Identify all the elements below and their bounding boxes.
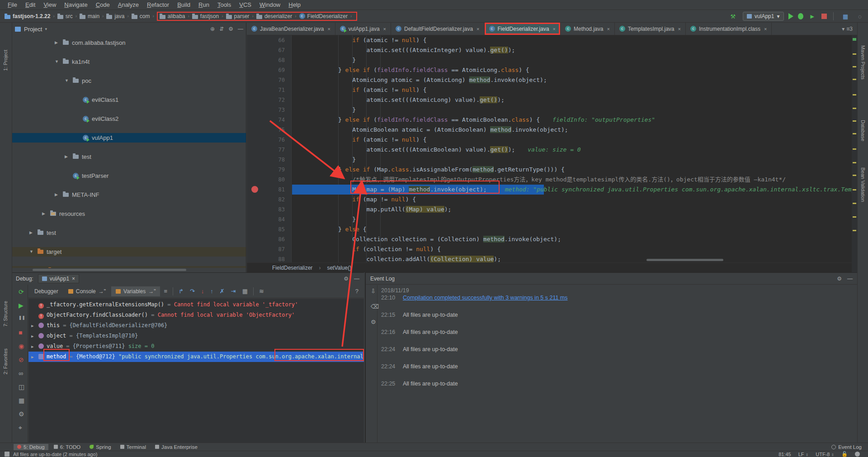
breadcrumb-item[interactable]: main (80, 13, 99, 19)
tree-item-poc[interactable]: ▼poc (12, 76, 246, 86)
tree-collapsed-icon[interactable]: ▶ (29, 228, 33, 238)
step-out-icon[interactable]: ↑ (208, 288, 216, 295)
hidden-tabs-widget[interactable]: ▾≡3 (842, 23, 857, 35)
breadcrumb-item[interactable]: deserializer (256, 13, 292, 19)
variable-row-this[interactable]: ▶this = {DefaultFieldDeserializer@706} (28, 320, 364, 331)
menu-item-code[interactable]: Code (92, 0, 114, 9)
help-icon[interactable]: ? (353, 288, 364, 295)
execution-line[interactable]: Map map = (Map) method.invoke(object);me… (292, 185, 857, 195)
code-line[interactable]: } (292, 55, 857, 65)
menu-item-file[interactable]: File (4, 0, 21, 9)
hide-panel-icon[interactable]: — (847, 276, 853, 282)
stop-icon[interactable]: ■ (16, 329, 25, 336)
async-stacks-icon[interactable]: ∞ (16, 370, 26, 377)
tree-collapsed-icon[interactable]: ▶ (31, 342, 38, 352)
code-line[interactable]: if (map != null) { (292, 195, 857, 205)
tree-expanded-icon[interactable]: ▼ (65, 76, 69, 86)
restore-layout-icon[interactable]: ▦ (16, 397, 27, 404)
code-line[interactable]: } else if (fieldInfo.fieldClass == Atomi… (292, 65, 857, 75)
tree-item-evilclass1[interactable]: cevilClass1 (12, 95, 246, 105)
tree-item-test[interactable]: ▶test (12, 228, 246, 238)
tree-item-ka1n4t[interactable]: ▼ka1n4t (12, 57, 246, 67)
locate-icon[interactable]: ⊕ (210, 26, 215, 32)
menu-item-view[interactable]: View (39, 0, 60, 9)
close-icon[interactable]: × (764, 26, 767, 32)
debugger-tab-variables[interactable]: Variables→" (111, 286, 160, 296)
code-line[interactable]: collection.addAll((Collection) value); (292, 254, 857, 262)
event-message-link[interactable]: Compilation completed successfully with … (403, 295, 568, 301)
variable-row-method[interactable]: ▶method = {Method@712} "public synchroni… (28, 352, 364, 362)
toolwindow-toggle-icon[interactable] (5, 452, 9, 457)
hide-panel-icon[interactable]: — (238, 26, 243, 32)
menu-item-vcs[interactable]: VCS (235, 0, 255, 9)
toolwindow-button-6--todo[interactable]: 6: TODO (50, 444, 85, 450)
menu-item-analyze[interactable]: Analyze (114, 0, 143, 9)
thread-dump-icon[interactable]: ◫ (16, 383, 27, 390)
editor-tab-defaultfielddeserializer-java[interactable]: cDefaultFieldDeserializer.java× (391, 23, 485, 35)
code-line[interactable]: atomic.set(((AtomicInteger) value).get()… (292, 45, 857, 55)
unlock-icon[interactable]: 🔓 (841, 451, 848, 457)
view-breakpoints-icon[interactable]: ◉ (16, 343, 27, 350)
tree-item-evilclass2[interactable]: cevilClass2 (12, 114, 246, 124)
clear-all-icon[interactable]: ⌫ (368, 303, 382, 310)
editor-tab-templatesimpl-java[interactable]: cTemplatesImpl.java× (615, 23, 686, 35)
chevron-down-icon[interactable]: ▾ (45, 27, 47, 31)
run-to-cursor-icon[interactable]: ⇥ (228, 288, 239, 295)
code-line[interactable]: } else { (292, 224, 857, 234)
breadcrumb-class[interactable]: FieldDeserializer (272, 265, 312, 271)
tree-collapsed-icon[interactable]: ▶ (31, 321, 38, 331)
tool-windows-icon[interactable]: ▦ (840, 13, 851, 20)
variable-row-objectfactory-findclassloader--[interactable]: !ObjectFactory.findClassLoader() = Canno… (28, 310, 364, 320)
editor-tab-fielddeserializer-java[interactable]: cFieldDeserializer.java× (485, 23, 561, 35)
resume-icon[interactable]: ▶ (16, 302, 26, 309)
breadcrumb-item[interactable]: fastjson-1.2.22 (5, 13, 50, 19)
code-line[interactable]: if (atomic != null) { (292, 85, 857, 95)
tree-collapsed-icon[interactable]: ▶ (40, 266, 43, 268)
collapse-all-icon[interactable]: ⇵ (219, 26, 224, 32)
settings-gear-icon[interactable]: ⚙ (16, 410, 27, 418)
breadcrumb-item[interactable]: fastjson (192, 13, 219, 19)
scroll-to-end-icon[interactable]: ⇩ (368, 288, 378, 295)
editor-tab-method-java[interactable]: cMethod.java× (561, 23, 615, 35)
editor-tab-javabeandeserializer-java[interactable]: cJavaBeanDeserializer.java× (247, 23, 335, 35)
code-editor[interactable]: 6667686970717273747576777879808182838485… (247, 35, 857, 272)
tool-stripe-maven-projects[interactable]: Maven Projects (860, 45, 866, 80)
rerun-icon[interactable]: ⟳ (16, 288, 27, 295)
run-with-coverage-icon[interactable]: ▶ (808, 14, 817, 19)
menu-item-run[interactable]: Run (194, 0, 213, 9)
drop-frame-icon[interactable]: ✗ (217, 288, 227, 295)
editor-tab-vulapp1-java[interactable]: cvulApp1.java× (335, 23, 391, 35)
code-line[interactable]: } else if (Map.class.isAssignableFrom(me… (292, 165, 857, 175)
run-configuration-select[interactable]: vulApp1▾ (743, 12, 783, 21)
tree-collapsed-icon[interactable]: ▶ (42, 209, 45, 219)
pause-icon[interactable]: ❚❚ (16, 315, 28, 320)
tree-item-target[interactable]: ▼target (12, 247, 246, 257)
code-area[interactable]: if (atomic != null) { atomic.set(((Atomi… (292, 35, 857, 262)
toolwindow-button-5--debug[interactable]: 5: Debug (14, 444, 48, 450)
settings-gear-icon[interactable]: ⚙ (228, 26, 233, 32)
tool-stripe-bean-validation[interactable]: Bean Validation (860, 167, 866, 202)
tree-item-resources[interactable]: ▶resources (12, 209, 246, 219)
variable-row--tfactory-getexternalextensionsmap--[interactable]: !_tfactory.getExternalExtensionsMap() = … (28, 300, 364, 310)
stop-icon[interactable] (821, 14, 827, 19)
tree-expanded-icon[interactable]: ▼ (55, 57, 59, 67)
tree-collapsed-icon[interactable]: ▶ (55, 190, 58, 200)
settings-wrench-icon[interactable]: ⚙ (368, 319, 379, 325)
show-execution-point-icon[interactable]: ↱ (176, 288, 186, 295)
close-icon[interactable]: × (327, 26, 330, 32)
variable-row-object[interactable]: ▶object = {TemplatesImpl@710} (28, 331, 364, 341)
tree-item-testparser[interactable]: ctestParser (12, 171, 246, 181)
code-line[interactable]: /*触发点，调用TemplatesImpl的getOutputPropertie… (292, 175, 857, 185)
run-icon[interactable] (788, 13, 793, 19)
debugger-tab-console[interactable]: Console→" (64, 286, 110, 296)
menu-item-navigate[interactable]: Navigate (60, 0, 91, 9)
code-line[interactable]: if (collection != null) { (292, 244, 857, 254)
tree-collapsed-icon[interactable]: ▶ (55, 38, 58, 48)
code-line[interactable]: atomic.set(((AtomicLong) value).get()); (292, 95, 857, 105)
variable-row-value[interactable]: ▶value = {Properties@711} size = 0 (28, 341, 364, 352)
layout-settings-icon[interactable]: ≋ (256, 288, 267, 295)
debug-icon[interactable] (798, 13, 803, 19)
hide-panel-icon[interactable]: — (354, 276, 359, 282)
variables-panel[interactable]: !_tfactory.getExternalExtensionsMap() = … (28, 299, 364, 443)
tree-expanded-icon[interactable]: ▼ (29, 247, 33, 257)
